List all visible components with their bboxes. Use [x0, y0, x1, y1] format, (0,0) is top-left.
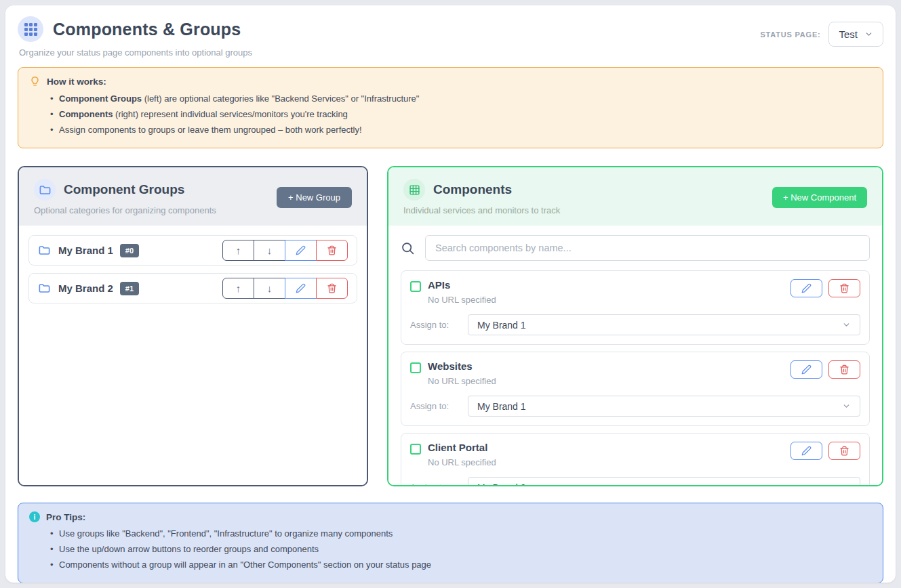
trash-icon [839, 446, 849, 456]
trash-icon [839, 283, 849, 293]
delete-group-button[interactable] [316, 278, 348, 299]
components-panel-title: Components [433, 182, 512, 197]
component-status-square-icon [410, 281, 421, 292]
folder-icon [39, 184, 52, 196]
component-url-status: No URL specified [428, 457, 496, 467]
pencil-icon [801, 364, 812, 375]
components-panel: Components Individual services and monit… [387, 166, 883, 486]
how-it-works-list: Component Groups (left) are optional cat… [29, 93, 872, 136]
trash-icon [327, 245, 337, 255]
page-header: Components & Groups Organize your status… [18, 16, 883, 58]
move-down-button[interactable]: ↓ [254, 278, 285, 299]
chevron-down-icon [842, 320, 851, 329]
edit-group-button[interactable] [285, 278, 317, 299]
pro-tips-item: Components without a group will appear i… [59, 559, 872, 571]
components-app-icon [18, 16, 43, 42]
delete-component-button[interactable] [828, 360, 860, 379]
pro-tips-box: i Pro Tips: Use groups like "Backend", "… [18, 503, 883, 583]
delete-component-button[interactable] [828, 442, 860, 460]
group-row: My Brand 2 #1 ↑ ↓ [28, 273, 357, 303]
main-card: Components & Groups Organize your status… [5, 5, 896, 583]
status-page-select[interactable]: Test [828, 22, 883, 47]
component-status-square-icon [410, 444, 421, 455]
folder-icon [38, 244, 51, 257]
components-panel-subtitle: Individual services and monitors to trac… [403, 205, 560, 215]
pencil-icon [296, 245, 306, 255]
pencil-icon [296, 283, 306, 293]
lightbulb-icon [29, 76, 41, 87]
edit-group-button[interactable] [285, 240, 317, 261]
move-down-button[interactable]: ↓ [254, 240, 285, 261]
grid-table-icon [409, 184, 420, 196]
groups-panel-subtitle: Optional categories for organizing compo… [34, 205, 216, 215]
info-icon: i [29, 511, 40, 522]
component-url-status: No URL specified [428, 376, 496, 386]
new-group-button[interactable]: + New Group [277, 187, 352, 208]
group-name: My Brand 2 [58, 282, 113, 294]
how-it-works-item: Component Groups (left) are optional cat… [59, 93, 872, 105]
component-url-status: No URL specified [428, 295, 496, 305]
assigned-group-value: My Brand 1 [477, 401, 526, 412]
status-page-label: STATUS PAGE: [760, 30, 820, 39]
delete-group-button[interactable] [316, 240, 348, 261]
pro-tips-list: Use groups like "Backend", "Frontend", "… [29, 528, 872, 571]
pro-tips-item: Use groups like "Backend", "Frontend", "… [59, 528, 872, 540]
how-it-works-title: How it works: [47, 77, 106, 87]
component-status-square-icon [410, 362, 421, 373]
move-up-button[interactable]: ↑ [222, 278, 254, 299]
move-up-button[interactable]: ↑ [222, 240, 254, 261]
edit-component-button[interactable] [790, 279, 822, 297]
pro-tips-title: Pro Tips: [46, 512, 85, 522]
trash-icon [839, 364, 849, 375]
page-title: Components & Groups [53, 20, 241, 39]
component-name: APIs [428, 279, 496, 291]
assign-to-label: Assign to: [410, 482, 468, 486]
assigned-group-value: My Brand 2 [477, 482, 526, 487]
group-name: My Brand 1 [58, 245, 113, 256]
component-card: Websites No URL specified Assign to: My … [401, 352, 870, 426]
component-card: Client Portal No URL specified Assign to… [401, 433, 870, 486]
grid-dots-icon [24, 23, 37, 36]
components-icon-circle [403, 179, 425, 201]
assign-to-label: Assign to: [410, 320, 468, 330]
chevron-down-icon [864, 30, 873, 39]
component-card: APIs No URL specified Assign to: My Bran… [401, 270, 870, 345]
edit-component-button[interactable] [790, 442, 822, 460]
group-order-badge: #1 [120, 282, 139, 295]
trash-icon [327, 283, 337, 293]
pencil-icon [801, 283, 812, 293]
component-name: Client Portal [428, 442, 496, 453]
how-it-works-box: How it works: Component Groups (left) ar… [18, 67, 883, 148]
pro-tips-item: Use the up/down arrow buttons to reorder… [59, 543, 872, 555]
component-groups-panel: Component Groups Optional categories for… [18, 166, 368, 486]
edit-component-button[interactable] [790, 360, 822, 379]
page-subtitle: Organize your status page components int… [19, 47, 252, 58]
folder-icon [38, 282, 51, 295]
new-component-button[interactable]: + New Component [772, 187, 867, 208]
assign-group-select[interactable]: My Brand 1 [468, 314, 860, 335]
delete-component-button[interactable] [828, 279, 860, 297]
chevron-down-icon [842, 402, 851, 411]
status-page-value: Test [839, 28, 858, 40]
assign-to-label: Assign to: [410, 401, 468, 411]
how-it-works-item: Components (right) represent individual … [59, 108, 872, 121]
how-it-works-item: Assign components to groups or leave the… [59, 124, 872, 136]
assign-group-select[interactable]: My Brand 1 [468, 396, 860, 417]
search-icon [401, 241, 415, 255]
groups-panel-title: Component Groups [64, 182, 184, 197]
group-order-badge: #0 [120, 244, 139, 257]
pencil-icon [801, 446, 812, 456]
component-name: Websites [428, 360, 496, 372]
search-components-input[interactable] [425, 235, 870, 261]
assign-group-select[interactable]: My Brand 2 [468, 477, 860, 486]
assigned-group-value: My Brand 1 [477, 320, 526, 331]
groups-icon-circle [34, 179, 56, 201]
group-row: My Brand 1 #0 ↑ ↓ [28, 235, 357, 266]
chevron-down-icon [842, 483, 851, 486]
